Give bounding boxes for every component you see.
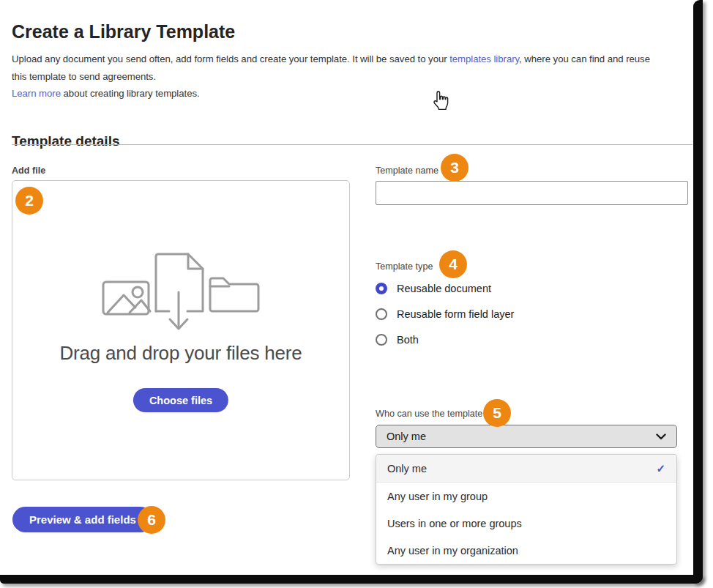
dropdown-option-label: Any user in my group: [387, 491, 488, 502]
dropdown-option-any-user-organization[interactable]: Any user in my organization: [376, 537, 676, 564]
radio-label: Reusable form field layer: [397, 308, 514, 320]
step-badge-5: 5: [483, 399, 511, 427]
intro-text: Upload any document you send often, add …: [12, 51, 650, 103]
step-badge-2: 2: [15, 187, 43, 215]
radio-selected-icon[interactable]: [376, 283, 387, 294]
dropdown-option-any-user-group[interactable]: Any user in my group: [376, 483, 676, 510]
radio-unselected-icon[interactable]: [376, 334, 387, 346]
intro-post-2: this template to send agreements.: [12, 71, 156, 82]
intro-post-1: , where you can find and reuse: [519, 53, 650, 64]
dropdown-option-users-one-or-more-groups[interactable]: Users in one or more groups: [376, 510, 676, 537]
who-can-use-select[interactable]: Only me: [376, 425, 677, 448]
checkmark-icon: ✓: [656, 462, 665, 475]
dropzone-text: Drag and drop your files here: [12, 342, 349, 365]
folder-icon: [210, 278, 258, 311]
upload-files-icon: [100, 250, 262, 338]
screenshot-border-bottom: [0, 575, 703, 584]
template-name-input[interactable]: [376, 181, 688, 205]
radio-reusable-form-field-layer[interactable]: Reusable form field layer: [376, 308, 514, 320]
preview-add-fields-button[interactable]: Preview & add fields: [12, 507, 153, 532]
radio-unselected-icon[interactable]: [376, 308, 387, 320]
dropdown-option-label: Any user in my organization: [387, 545, 518, 557]
section-heading: Template details: [12, 133, 119, 149]
section-divider: [12, 144, 693, 145]
radio-both[interactable]: Both: [376, 334, 514, 346]
chevron-down-icon: [656, 433, 666, 440]
dropdown-option-label: Users in one or more groups: [387, 518, 522, 529]
template-name-label: Template name *: [376, 165, 445, 176]
page-title: Create a Library Template: [12, 21, 235, 42]
who-can-use-dropdown: Only me ✓ Any user in my group Users in …: [376, 454, 677, 565]
radio-reusable-document[interactable]: Reusable document: [376, 283, 514, 294]
file-dropzone[interactable]: Drag and drop your files here Choose fil…: [12, 180, 350, 480]
learn-more-link[interactable]: Learn more: [12, 88, 61, 99]
radio-label: Both: [397, 334, 419, 346]
screenshot-border-right: [693, 0, 703, 584]
radio-label: Reusable document: [397, 283, 491, 294]
intro-pre: Upload any document you send often, add …: [12, 53, 449, 64]
template-name-label-text: Template name: [376, 165, 438, 176]
step-badge-6: 6: [138, 506, 165, 534]
choose-files-button[interactable]: Choose files: [133, 388, 228, 412]
step-badge-4: 4: [439, 250, 467, 278]
template-type-label: Template type: [376, 261, 433, 272]
templates-library-link[interactable]: templates library: [449, 53, 519, 64]
learn-more-rest: about creating library templates.: [61, 88, 200, 99]
add-file-label: Add file: [12, 165, 45, 176]
template-type-radio-group: Reusable document Reusable form field la…: [376, 283, 514, 360]
learn-more-line: Learn more about creating library templa…: [12, 85, 650, 103]
step-badge-3: 3: [441, 154, 469, 182]
select-value: Only me: [387, 431, 426, 442]
dropdown-option-label: Only me: [387, 463, 427, 475]
intro-paragraph: Upload any document you send often, add …: [12, 51, 650, 85]
who-can-use-label: Who can use the template: [376, 409, 482, 419]
dropdown-option-only-me[interactable]: Only me ✓: [376, 455, 676, 483]
